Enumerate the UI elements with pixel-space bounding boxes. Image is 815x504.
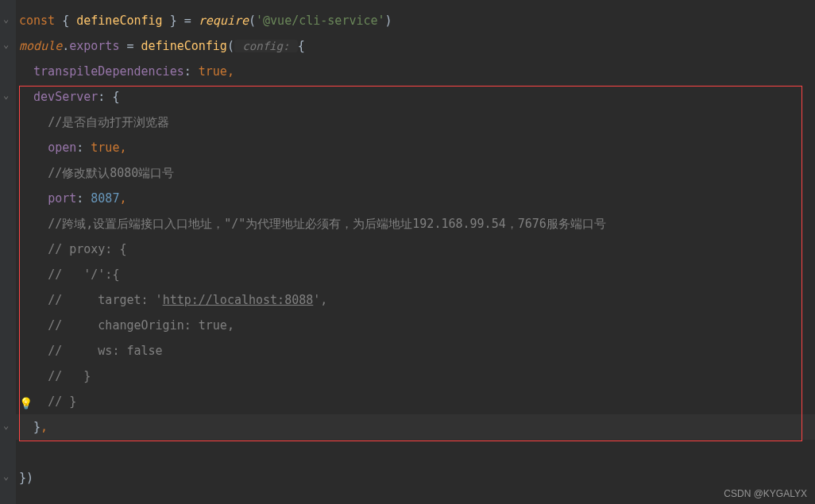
code-line[interactable]: module.exports = defineConfig( config: { [16,33,815,59]
code-editor[interactable]: const { defineConfig } = require('@vue/c… [0,0,815,491]
code-line[interactable]: // '/':{ [16,262,815,287]
comment: // proxy: { [48,242,126,256]
code-line[interactable] [16,440,815,465]
comment: // ws: false [48,344,163,358]
property-devServer: devServer [33,90,98,104]
comment: // '/':{ [48,267,119,282]
keyword-true: true [199,64,227,79]
property-transpileDependencies: transpileDependencies [33,64,184,79]
comment-url: http://localhost:8088 [163,293,314,307]
function-defineConfig: defineConfig [141,39,227,53]
code-line[interactable]: transpileDependencies: true, [16,59,815,84]
fold-marker[interactable]: ⌄ [3,13,11,21]
code-line[interactable]: //跨域,设置后端接口入口地址，"/"为代理地址必须有，为后端地址192.168… [16,211,815,237]
property-exports: exports [69,39,119,53]
code-line[interactable]: // } [16,389,815,414]
comment: // } [48,394,76,409]
keyword-true: true [91,140,119,155]
function-require: require [199,13,249,28]
comment: //修改默认8080端口号 [48,166,174,180]
editor-gutter: ⌄ ⌄ ⌄ ⌄ ⌄ [0,0,16,504]
code-line[interactable]: //是否自动打开浏览器 [16,110,815,135]
code-line[interactable]: const { defineConfig } = require('@vue/c… [16,8,815,33]
keyword-const: const [19,13,55,28]
code-line-current[interactable]: }, [16,414,815,440]
code-line[interactable]: // changeOrigin: true, [16,313,815,338]
code-line[interactable]: open: true, [16,135,815,160]
string-literal: '@vue/cli-service' [256,13,385,28]
code-line[interactable]: //修改默认8080端口号 [16,160,815,186]
keyword-module: module [19,39,62,53]
fold-marker[interactable]: ⌄ [3,39,11,47]
comment: // changeOrigin: true, [48,318,234,333]
comment: //跨域,设置后端接口入口地址，"/"为代理地址必须有，为后端地址192.168… [48,217,606,231]
comment: // target: ' [48,293,163,307]
watermark-text: CSDN @KYGALYX [724,488,807,499]
code-line[interactable]: port: 8087, [16,186,815,211]
identifier-defineConfig: defineConfig [76,13,162,28]
code-line[interactable]: // ws: false [16,338,815,364]
property-open: open [48,140,76,155]
comment: // } [48,369,91,383]
inlay-hint: config: [234,40,298,52]
code-line[interactable]: // target: 'http://localhost:8088', [16,287,815,313]
code-line[interactable]: // } [16,364,815,389]
property-port: port [48,191,76,206]
code-line[interactable]: // proxy: { [16,237,815,262]
comment: //是否自动打开浏览器 [48,115,169,129]
intention-bulb-icon[interactable]: 💡 [19,397,33,410]
code-line[interactable]: }) [16,465,815,491]
code-line[interactable]: devServer: { [16,84,815,110]
fold-marker[interactable]: ⌄ [3,420,11,428]
number-literal: 8087 [91,191,119,206]
fold-marker[interactable]: ⌄ [3,90,11,98]
fold-marker[interactable]: ⌄ [3,471,11,479]
